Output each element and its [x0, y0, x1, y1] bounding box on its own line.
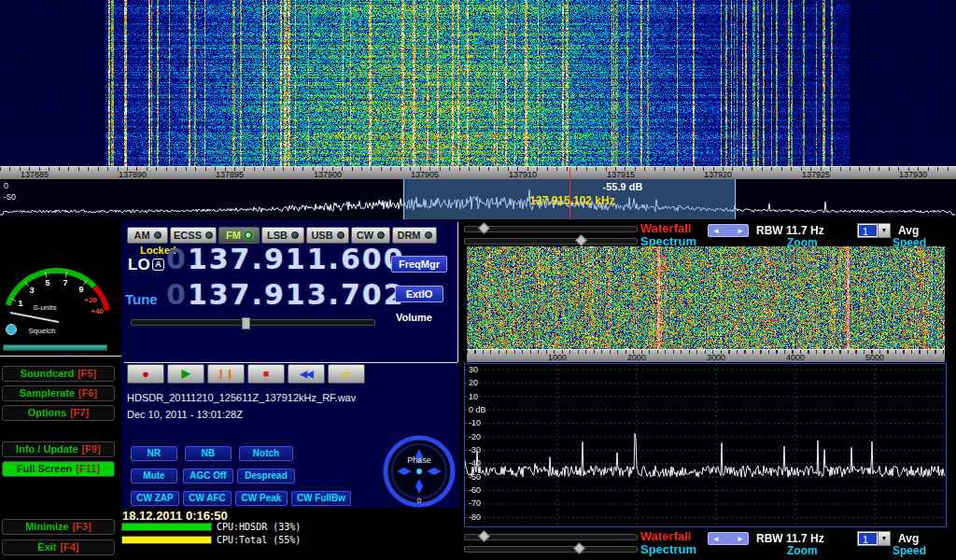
extio-button[interactable]: ExtIO [395, 286, 443, 302]
rewind-button[interactable]: ◀◀ [288, 364, 325, 384]
af-spectrum-gain-slider[interactable] [464, 546, 638, 553]
squelch-level-bar[interactable] [3, 344, 107, 351]
nr-button[interactable]: NR [131, 446, 177, 461]
rf-waterfall-display[interactable] [0, 0, 956, 166]
cw-fullbw-button[interactable]: CW FullBw [291, 491, 351, 506]
cw-zap-button[interactable]: CW ZAP [131, 491, 179, 506]
af-spectrum-panel[interactable]: 30 20 10 0 dB -10 -20 -30 -40 -50 -60 -7… [464, 363, 947, 527]
rewind-icon: ◀◀ [300, 369, 312, 379]
rbw-readout: RBW 11.7 Hz [756, 224, 824, 237]
af-waterfall-contrast-slider[interactable] [464, 534, 638, 540]
freq-tick-label: 137890 [110, 170, 155, 179]
cw-peak-button[interactable]: CW Peak [235, 491, 288, 506]
scroll-right-icon[interactable]: ► [737, 535, 744, 543]
lo-leading-zero: 0 [166, 243, 188, 275]
samplerate-label: Samplerate [20, 387, 75, 399]
squelch-knob[interactable] [7, 325, 17, 335]
af-tick-label: 2000 [618, 353, 655, 362]
af-waterfall-mode-label[interactable]: Waterfall [640, 529, 691, 543]
mode-am-label: AM [134, 230, 149, 241]
clock-display: 18.12.2011 0:16:50 [122, 509, 228, 523]
spectrum-gain-slider[interactable] [464, 238, 638, 245]
pause-button[interactable]: ❙❙ [207, 364, 245, 384]
volume-slider[interactable] [131, 319, 375, 326]
freq-tick-label: 137915 [598, 170, 643, 179]
af-rbw-readout: RBW 11.7 Hz [756, 532, 824, 545]
fullscreen-button[interactable]: Full Screen[F11] [2, 461, 115, 477]
info-update-button[interactable]: Info / Update[F9] [2, 441, 115, 457]
avg-dropdown[interactable]: 1 ▼ [857, 223, 891, 238]
notch-button[interactable]: Notch [239, 446, 293, 461]
spectrum-gain-thumb[interactable] [575, 234, 587, 246]
play-button[interactable]: ▶ [167, 364, 204, 384]
tune-digits: 137.913.702 [188, 278, 405, 311]
mode-fm-label: FM [226, 230, 241, 241]
mode-button-fm[interactable]: FM [218, 227, 260, 244]
waterfall-contrast-thumb[interactable] [478, 222, 490, 234]
mode-button-drm[interactable]: DRM [392, 227, 437, 244]
af-db-label: -30 [469, 445, 481, 455]
despread-button[interactable]: Despread [237, 469, 295, 483]
mode-button-ecss[interactable]: ECSS [170, 227, 217, 244]
tune-frequency-display[interactable]: 0137.913.702 [166, 278, 405, 311]
mode-button-usb[interactable]: USB [306, 227, 349, 244]
lo-digits: 137.911.600 [188, 243, 405, 275]
phase-dial[interactable]: Phase 0 [382, 434, 457, 509]
lo-frequency-display[interactable]: 0137.911.600 [166, 243, 405, 275]
hdsdr-window: 137885 137890 137895 137900 137905 13791… [0, 0, 956, 560]
dropdown-arrow-icon[interactable]: ▼ [878, 532, 890, 545]
scroll-right-icon[interactable]: ► [737, 227, 744, 235]
mode-button-cw[interactable]: CW [351, 227, 390, 244]
nb-button[interactable]: NB [185, 446, 232, 461]
rf-frequency-ruler[interactable]: 137885 137890 137895 137900 137905 13791… [0, 166, 956, 179]
af-zoom-scrollbar[interactable]: ◄ ► [708, 532, 749, 545]
cw-afc-button[interactable]: CW AFC [183, 491, 232, 506]
dropdown-arrow-icon[interactable]: ▼ [878, 224, 890, 237]
smeter-tick-40: +40 [91, 307, 104, 315]
volume-slider-thumb[interactable] [242, 317, 250, 329]
scroll-left-icon[interactable]: ◄ [712, 227, 720, 235]
zoom-scrollbar[interactable]: ◄ ► [708, 224, 749, 237]
af-spectrum-mode-label[interactable]: Spectrum [640, 542, 696, 556]
af-spectrum-display[interactable] [465, 364, 946, 526]
loop-icon: ∞ [342, 366, 351, 381]
minimize-button[interactable]: Minimize[F3] [2, 519, 115, 535]
freq-tick-label: 137900 [305, 170, 350, 179]
vfo-a-badge[interactable]: A [152, 259, 164, 271]
af-db-label: 0 dB [469, 405, 486, 414]
smeter-tick-1: 1 [18, 299, 22, 308]
volume-label: Volume [396, 312, 432, 323]
record-button[interactable]: ● [127, 364, 164, 384]
loop-button[interactable]: ∞ [328, 364, 365, 384]
pause-icon: ❙❙ [218, 369, 235, 379]
minimize-fkey: [F3] [73, 521, 91, 532]
waterfall-contrast-slider[interactable] [464, 226, 638, 232]
scroll-left-icon[interactable]: ◄ [712, 535, 720, 543]
soundcard-button[interactable]: Soundcard[F5] [2, 366, 115, 382]
record-icon: ● [142, 367, 149, 381]
af-waterfall-contrast-thumb[interactable] [478, 530, 490, 542]
af-spectrum-gain-thumb[interactable] [573, 542, 585, 554]
mode-usb-label: USB [311, 230, 332, 241]
mode-button-am[interactable]: AM [127, 227, 168, 244]
af-frequency-ruler[interactable]: 1000 2000 3000 4000 5000 [467, 349, 945, 362]
exit-button[interactable]: Exit[F4] [2, 539, 115, 555]
freqmgr-button[interactable]: FreqMgr [391, 256, 447, 273]
options-fkey: [F7] [70, 407, 89, 418]
options-button[interactable]: Options[F7] [2, 405, 115, 421]
tune-marker-line[interactable] [569, 167, 570, 219]
agc-button[interactable]: AGC Off [183, 469, 233, 483]
cpu-total-bar [121, 536, 212, 544]
samplerate-button[interactable]: Samplerate[F6] [2, 385, 115, 401]
af-zoom-label: Zoom [787, 544, 818, 557]
squelch-label: Squelch [29, 327, 56, 335]
af-avg-dropdown[interactable]: 1 ▼ [857, 531, 891, 546]
waterfall-mode-label[interactable]: Waterfall [640, 221, 691, 235]
mode-button-lsb[interactable]: LSB [261, 227, 304, 244]
mute-button[interactable]: Mute [131, 469, 177, 483]
stop-button[interactable]: ■ [247, 364, 285, 384]
af-waterfall-display[interactable] [467, 246, 945, 349]
phase-value: 0 [417, 497, 422, 505]
af-tick-label: 5000 [856, 353, 893, 362]
led-icon [337, 231, 344, 239]
